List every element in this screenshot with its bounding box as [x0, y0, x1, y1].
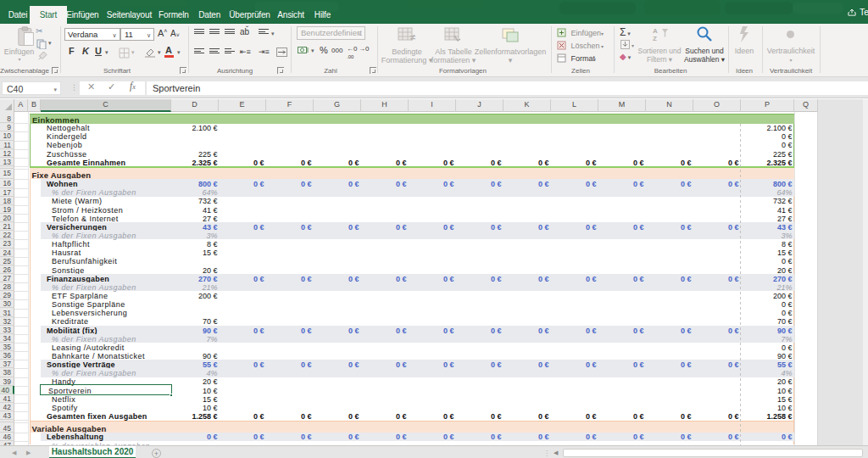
- svg-text:≠: ≠: [410, 32, 415, 42]
- svg-text:A: A: [653, 27, 658, 35]
- svg-text:Z: Z: [653, 35, 657, 42]
